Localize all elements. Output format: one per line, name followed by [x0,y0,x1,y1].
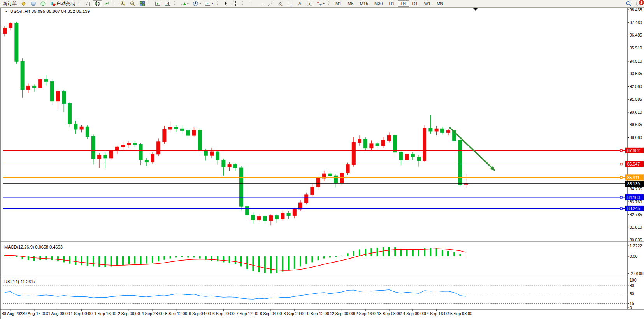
cursor-button[interactable] [221,0,230,7]
price-axis-label: 93.535 [630,71,642,76]
rsi-axis-label: 0 [630,305,632,310]
candle-down [92,136,95,159]
chart-menu-icon[interactable]: ▼ [5,10,8,13]
price-line-handle[interactable] [620,150,622,152]
periods-button[interactable]: ▾ [191,0,203,7]
tf-m5-button[interactable]: M5 [345,0,356,7]
chart-area[interactable]: 98.43597.46096.48595.51094.51093.53592.5… [0,0,644,319]
price-axis-label: 91.585 [630,97,642,102]
horizontal-line-button[interactable] [256,0,265,7]
candle-up [168,127,172,129]
candle-down [440,129,444,132]
candle-up [9,23,12,28]
candle-down [204,151,207,155]
price-axis-label: 98.435 [630,7,642,12]
notifications-button[interactable]: 1 [634,0,643,7]
tf-m15-button-label: M15 [360,1,368,6]
dropdown-caret-icon[interactable]: ▾ [200,2,201,5]
arrows-button[interactable]: ▾ [315,0,326,7]
candle-up [80,127,83,129]
tile-windows-button[interactable] [138,0,147,7]
line-icon [104,1,110,7]
tf-m1-button[interactable]: M1 [333,0,344,7]
rsi-axis-label: 100 [630,278,637,282]
price-badge-label: 83.245 [627,206,640,211]
tf-m15-button[interactable]: M15 [357,0,371,7]
tile-icon [139,1,145,7]
indicators-icon [180,1,186,7]
time-axis-label: 6 Sep 04:00 [189,311,211,316]
indicators-button[interactable]: ▾ [179,0,190,7]
dropdown-caret-icon[interactable]: ▾ [323,2,325,5]
tf-mn-button[interactable]: MN [434,0,446,7]
new-order-button[interactable]: 新订单 [1,0,18,7]
shapes-icon [316,1,322,7]
candle-down [458,140,462,185]
candle-down [74,124,77,129]
price-axis-label: 89.635 [630,122,642,127]
candle-down [411,154,414,157]
bar-chart-button[interactable] [83,0,92,7]
chart-shift-button[interactable] [163,0,172,7]
charts-grid-button[interactable] [19,0,28,7]
candle-up [121,145,125,147]
tf-w1-button[interactable]: W1 [421,0,433,7]
autotrading-button[interactable]: 自动交易 [48,0,77,7]
candle-up [39,79,42,88]
search-button[interactable] [624,0,633,7]
community-button[interactable] [39,0,47,7]
equidistant-channel-button[interactable]: E [276,0,285,7]
time-axis-label: 7 Sep 12:00 [236,311,258,316]
tf-d1-button[interactable]: D1 [410,0,421,7]
tf-h4-button-label: H4 [401,1,406,6]
candle-down [364,139,367,148]
text-label-button[interactable]: T [305,0,314,7]
candle-down [33,86,36,88]
candlestick-chart-button[interactable] [93,0,102,7]
dropdown-caret-icon[interactable]: ▾ [212,2,213,5]
price-line-handle[interactable] [620,208,622,210]
tf-m30-button-label: M30 [374,1,383,6]
candle-down [334,176,338,183]
line-chart-button[interactable] [103,0,112,7]
time-axis-label: 8 Sep 04:00 [260,311,282,316]
candle-up [447,130,450,132]
candle-down [181,129,184,130]
fibonacci-button[interactable]: F [286,0,295,7]
candle-up [3,28,7,34]
candle-down [328,174,332,176]
candle-down [68,103,72,124]
price-badge-label: 87.682 [627,148,640,153]
candle-up [340,173,344,183]
price-line-handle[interactable] [620,163,622,165]
search-icon [626,1,632,7]
toolbar-separator [242,1,244,6]
crosshair-button[interactable] [231,0,240,7]
zoom-out-button[interactable] [128,0,137,7]
candle-down [86,127,89,136]
zoom-in-button[interactable] [118,0,127,7]
price-axis-label: 96.485 [630,33,642,37]
candle-down [429,128,432,131]
text-button[interactable]: A [295,0,304,7]
price-line-handle[interactable] [620,196,622,198]
candle-up [423,128,426,161]
dropdown-caret-icon[interactable]: ▾ [187,2,189,5]
tf-m30-button[interactable]: M30 [372,0,385,7]
time-axis-label: 8 Sep 20:00 [283,311,305,316]
candle-down [393,135,397,152]
tf-h4-button[interactable]: H4 [398,0,409,7]
main-toolbar: 新订单自动交易▾▾▾EFAT▾M1M5M15M30H1H4D1W1MN1 [0,0,644,7]
tf-h1-button[interactable]: H1 [386,0,397,7]
templates-button[interactable]: ▾ [203,0,215,7]
auto-scroll-button[interactable] [153,0,162,7]
vertical-line-button[interactable] [247,0,256,7]
trendline-button[interactable] [266,0,275,7]
candle-down [174,127,178,129]
price-line-handle[interactable] [620,176,622,178]
chartshift-icon [165,1,170,7]
diamond-icon [21,1,26,7]
profiles-button[interactable] [29,0,38,7]
candle-up [109,151,113,158]
crosshair-icon [233,1,239,7]
